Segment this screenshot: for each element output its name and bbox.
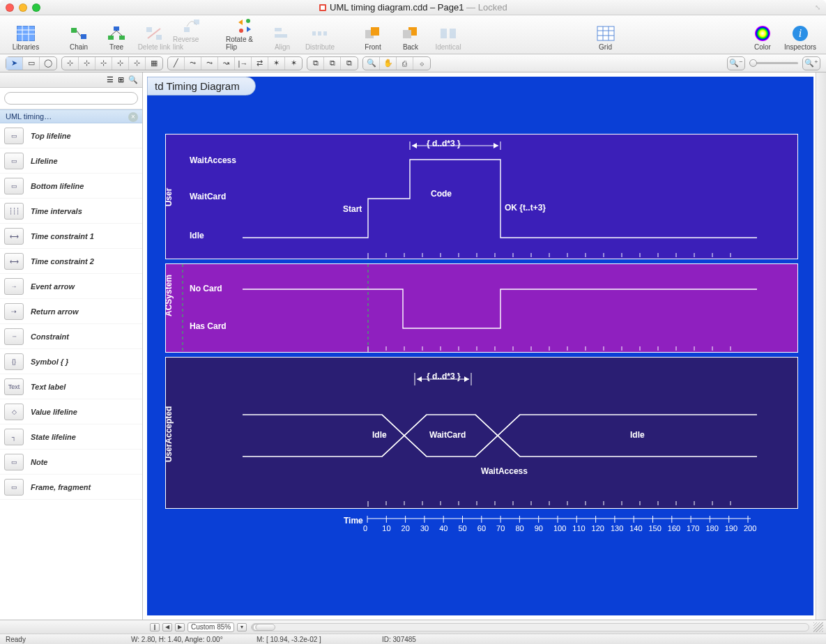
sidebar-item[interactable]: ⇢Return arrow xyxy=(0,299,142,324)
svg-rect-35 xyxy=(597,26,614,40)
sidebar-item[interactable]: {}Symbol { } xyxy=(0,349,142,374)
time-tick-label: 160 xyxy=(668,524,680,532)
sidebar-item[interactable]: ┄Constraint xyxy=(0,324,142,349)
svg-rect-18 xyxy=(184,27,190,32)
rotate-flip-button[interactable]: Rotate & Flip xyxy=(226,16,263,51)
svg-marker-47 xyxy=(494,143,498,148)
zoom-slider[interactable] xyxy=(749,62,798,64)
search-toggle-icon[interactable]: 🔍 xyxy=(128,75,138,84)
svg-rect-26 xyxy=(312,31,316,36)
event-start-label: Start xyxy=(343,204,362,214)
zoom-window-button[interactable] xyxy=(32,3,40,12)
sidebar-item[interactable]: ⟷Time constraint 2 xyxy=(0,249,142,274)
sidebar-category[interactable]: UML timing… × xyxy=(0,109,142,123)
grid-view-icon[interactable]: ⊞ xyxy=(118,75,124,84)
canvas[interactable]: td Timing Diagram User WaitAccess WaitCa… xyxy=(147,77,813,615)
reverse-link-button[interactable]: Reverse link xyxy=(173,16,211,51)
zoom-step-prev[interactable]: ◀ xyxy=(162,623,172,631)
time-tick-label: 30 xyxy=(420,524,429,532)
node-tool-2[interactable]: ⊹ xyxy=(79,57,95,70)
status-id: ID: 307485 xyxy=(382,636,480,643)
conn-tool-6[interactable]: ⇄ xyxy=(252,57,268,70)
conn-tool-2[interactable]: ⤳ xyxy=(185,57,201,70)
sidebar-item[interactable]: ▭Note xyxy=(0,450,142,475)
zoom-in-button[interactable]: 🔍⁺ xyxy=(803,57,820,70)
conn-tool-5[interactable]: |→ xyxy=(235,57,252,70)
vertical-scrollbar[interactable] xyxy=(816,72,826,620)
sidebar-item[interactable]: ▭Frame, fragment xyxy=(0,475,142,500)
node-tool-4[interactable]: ⊹ xyxy=(112,57,129,70)
delete-link-button[interactable]: Delete link xyxy=(135,24,173,51)
misc-tool[interactable]: ⟐ xyxy=(413,57,430,70)
conn-tool-1[interactable]: ╱ xyxy=(168,57,185,70)
tree-button[interactable]: Tree xyxy=(98,24,135,51)
grid-button[interactable]: Grid xyxy=(587,24,625,51)
zoom-step-first[interactable]: ‖ xyxy=(150,623,160,631)
sidebar-item-icon: ▭ xyxy=(4,153,24,169)
sidebar-search-input[interactable] xyxy=(4,92,138,105)
pointer-tool[interactable]: ➤ xyxy=(6,57,23,70)
node-tool-6[interactable]: ▦ xyxy=(146,57,162,70)
sidebar-item[interactable]: ▭Bottom lifeline xyxy=(0,174,142,199)
zoom-tool[interactable]: 🔍 xyxy=(363,57,380,70)
ellipse-tool[interactable]: ◯ xyxy=(40,57,56,70)
align-button[interactable]: Align xyxy=(263,24,301,51)
fullscreen-icon[interactable]: ⤡ xyxy=(815,3,820,11)
svg-rect-24 xyxy=(275,28,282,31)
time-tick-label: 140 xyxy=(629,524,642,532)
front-button[interactable]: Front xyxy=(354,24,392,51)
zoom-step-next[interactable]: ▶ xyxy=(175,623,185,631)
sidebar-item[interactable]: ◇Value lifeline xyxy=(0,399,142,424)
sidebar-item-label: Time constraint 1 xyxy=(31,232,94,240)
inspectors-button[interactable]: iInspectors xyxy=(781,24,819,51)
time-tick-label: 90 xyxy=(535,524,543,532)
conn-tool-8[interactable]: ✶ xyxy=(285,57,302,70)
group-tool-1[interactable]: ⧉ xyxy=(307,57,324,70)
locked-label: — Locked xyxy=(466,2,507,13)
identical-button[interactable]: Identical xyxy=(429,24,467,51)
group-tool-3[interactable]: ⧉ xyxy=(341,57,358,70)
sidebar-item[interactable]: →Event arrow xyxy=(0,274,142,299)
sidebar-item[interactable]: ▭Top lifeline xyxy=(0,123,142,148)
conn-tool-7[interactable]: ✶ xyxy=(268,57,285,70)
color-button[interactable]: Color xyxy=(744,24,781,51)
close-window-button[interactable] xyxy=(6,3,14,12)
group-tool-2[interactable]: ⧉ xyxy=(324,57,341,70)
rect-tool[interactable]: ▭ xyxy=(23,57,40,70)
group-toolset: ⧉ ⧉ ⧉ xyxy=(307,56,358,70)
sidebar-item-icon: ⟷ xyxy=(4,228,24,245)
minimize-window-button[interactable] xyxy=(19,3,27,12)
sidebar-search xyxy=(0,88,142,109)
node-tool-1[interactable]: ⊹ xyxy=(62,57,79,70)
horizontal-scrollbar[interactable] xyxy=(251,623,809,631)
conn-tool-3[interactable]: ⤳ xyxy=(201,57,218,70)
canvas-area: td Timing Diagram User WaitAccess WaitCa… xyxy=(143,72,826,620)
svg-rect-30 xyxy=(371,27,379,36)
node-tool-3[interactable]: ⊹ xyxy=(95,57,112,70)
svg-rect-19 xyxy=(194,20,199,24)
resize-grip[interactable] xyxy=(813,622,823,632)
hand-tool[interactable]: ✋ xyxy=(380,57,397,70)
distribute-button[interactable]: Distribute xyxy=(301,24,339,51)
sidebar-item[interactable]: TextText label xyxy=(0,374,142,399)
zoom-out-button[interactable]: 🔍⁻ xyxy=(728,57,744,70)
sidebar-item[interactable]: ⟷Time constraint 1 xyxy=(0,224,142,249)
chain-button[interactable]: Chain xyxy=(60,24,98,51)
sidebar-item[interactable]: ┊┊┊Time intervals xyxy=(0,199,142,224)
sidebar-item-icon: ▭ xyxy=(4,178,24,194)
close-category-icon[interactable]: × xyxy=(128,112,138,122)
zoom-value[interactable]: Custom 85% xyxy=(188,622,234,632)
node-tool-5[interactable]: ⊹ xyxy=(129,57,146,70)
svg-rect-11 xyxy=(108,36,114,40)
library-sidebar: ☰ ⊞ 🔍 UML timing… × ▭Top lifeline▭Lifeli… xyxy=(0,72,143,620)
eyedropper-tool[interactable]: ⎙ xyxy=(397,57,413,70)
libraries-button[interactable]: Libraries xyxy=(7,24,45,51)
sidebar-item[interactable]: ▭Lifeline xyxy=(0,148,142,174)
time-tick-label: 100 xyxy=(553,524,566,532)
back-button[interactable]: Back xyxy=(392,24,429,51)
svg-point-23 xyxy=(239,29,243,33)
sidebar-item[interactable]: ┐State lifeline xyxy=(0,424,142,450)
list-view-icon[interactable]: ☰ xyxy=(107,75,114,84)
zoom-menu[interactable]: ▾ xyxy=(237,623,247,631)
conn-tool-4[interactable]: ↝ xyxy=(218,57,235,70)
